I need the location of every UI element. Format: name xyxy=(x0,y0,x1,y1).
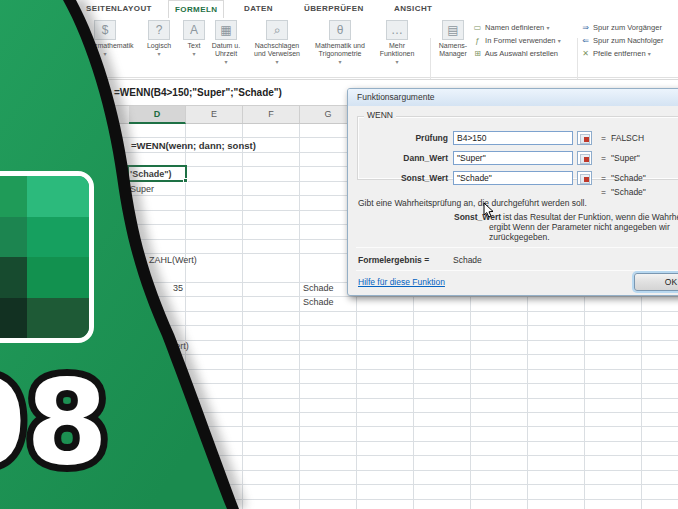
palette-swatch xyxy=(0,176,27,217)
namen-definieren-button[interactable]: ▭ Namen definieren ▾ xyxy=(472,22,549,34)
cell-formula-hint[interactable]: =WENN(wenn; dann; sonst) xyxy=(131,140,256,152)
chevron-down-icon: ▾ xyxy=(306,59,374,65)
pruefung-result: FALSCH xyxy=(611,133,644,143)
formula-bar-value[interactable]: =WENN(B4>150;"Super";"Schade") xyxy=(114,87,282,98)
chevron-down-icon: ▾ xyxy=(546,25,549,31)
column-header-f[interactable]: F xyxy=(243,106,300,123)
chevron-down-icon: ▾ xyxy=(72,51,138,57)
tab-seitenlayout[interactable]: SEITENLAYOUT xyxy=(80,0,158,18)
ribbon-tab-row: SEITENLAYOUT FORMELN DATEN ÜBERPRÜFEN AN… xyxy=(0,0,678,18)
palette-swatch xyxy=(27,176,89,217)
sonst-wert-label: Sonst_Wert xyxy=(348,173,448,183)
nachschlagen-button[interactable]: ⌕ Nachschlagen und Verweisen ▾ xyxy=(245,20,309,65)
param-name: Sonst_Wert xyxy=(454,212,501,222)
ribbon: $ Finanzmathematik ▾ ? Logisch ▾ A Text … xyxy=(0,18,678,78)
range-selector-icon[interactable] xyxy=(577,171,592,185)
palette-swatch xyxy=(27,298,89,339)
dann-wert-input[interactable]: "Super" xyxy=(453,151,573,165)
mehr-funktionen-button[interactable]: … Mehr Funktionen ▾ xyxy=(372,20,422,65)
episode-number-badge: 08 xyxy=(0,345,182,505)
remove-arrows-icon: ✕ xyxy=(580,48,591,60)
question-mark-icon: ? xyxy=(148,20,170,40)
help-link[interactable]: Hilfe für diese Funktion xyxy=(358,277,445,287)
formelergebnis-value: Schade xyxy=(453,255,482,265)
column-header-d[interactable]: D xyxy=(129,106,186,124)
pfeile-entfernen-button[interactable]: ✕ Pfeile entfernen ▾ xyxy=(580,48,651,60)
spur-zum-vorgaenger-button[interactable]: ⇒ Spur zum Vorgänger xyxy=(580,22,662,34)
dann-wert-result: "Super" xyxy=(611,153,640,163)
palette-swatch xyxy=(0,217,27,258)
cell-35[interactable]: 35 xyxy=(129,283,183,295)
letter-a-icon: A xyxy=(183,20,205,40)
column-header-e[interactable]: E xyxy=(186,106,243,123)
tab-ansicht[interactable]: ANSICHT xyxy=(388,0,438,18)
chevron-down-icon: ▾ xyxy=(245,59,309,65)
spur-zum-nachfolger-button[interactable]: ⇐ Spur zum Nachfolger xyxy=(580,35,664,47)
param-desc-line3: zurückgegeben. xyxy=(489,232,550,242)
pruefung-input[interactable]: B4>150 xyxy=(453,131,573,145)
dialog-separator xyxy=(356,270,678,271)
name-tag-icon: ▭ xyxy=(472,22,483,34)
range-selector-icon[interactable] xyxy=(577,131,592,145)
chevron-down-icon: ▾ xyxy=(372,59,422,65)
more-dots-icon: … xyxy=(386,20,408,40)
palette-swatch xyxy=(0,257,27,298)
cell-super[interactable]: Super xyxy=(130,184,154,196)
formelergebnis-label: Formelergebnis = xyxy=(358,255,429,265)
dann-wert-label: Dann_Wert xyxy=(348,153,448,163)
aus-auswahl-erstellen-button[interactable]: ⊞ Aus Auswahl erstellen xyxy=(472,48,558,60)
ok-button[interactable]: OK xyxy=(634,273,678,291)
palette-swatch xyxy=(0,298,27,339)
range-selector-icon[interactable] xyxy=(577,151,592,165)
dialog-titlebar[interactable]: Funktionsargumente xyxy=(348,89,678,106)
trace-dependents-icon: ⇐ xyxy=(580,35,591,47)
namens-manager-button[interactable]: ▤ Namens- Manager xyxy=(432,20,474,58)
cell-schade-1[interactable]: Schade xyxy=(303,283,334,295)
lookup-book-icon: ⌕ xyxy=(266,20,288,40)
fill-handle[interactable] xyxy=(183,178,188,183)
finanzmathematik-button[interactable]: $ Finanzmathematik ▾ xyxy=(72,20,138,57)
wenn-group-label: WENN xyxy=(364,110,396,120)
theta-book-icon: θ xyxy=(329,20,351,40)
tab-ueberpruefen[interactable]: ÜBERPRÜFEN xyxy=(298,0,370,18)
trace-precedents-icon: ⇒ xyxy=(580,22,591,34)
sonst-wert-result: "Schade" xyxy=(611,173,646,183)
cell-istzahl-partial[interactable]: ZAHL(Wert) xyxy=(149,255,197,267)
function-description: Gibt eine Wahrheitsprüfung an, die durch… xyxy=(358,198,587,208)
dialog-separator xyxy=(356,247,678,248)
tab-formeln[interactable]: FORMELN xyxy=(168,0,224,18)
cell-hallo[interactable]: Hallo xyxy=(130,297,151,309)
chevron-down-icon: ▾ xyxy=(558,38,561,44)
param-desc-line1: ist das Resultat der Funktion, wenn die … xyxy=(503,212,678,222)
palette-swatch xyxy=(27,217,89,258)
chevron-down-icon: ▾ xyxy=(648,51,651,57)
logisch-button[interactable]: ? Logisch ▾ xyxy=(138,20,180,57)
funktionsargumente-dialog: Funktionsargumente WENN Prüfung B4>150 =… xyxy=(347,88,678,296)
in-formel-verwenden-button[interactable]: ƒ In Formel verwenden ▾ xyxy=(472,35,561,47)
chevron-down-icon: ▾ xyxy=(138,51,180,57)
calendar-clock-icon: ▦ xyxy=(215,20,237,40)
selection-grid-icon: ⊞ xyxy=(472,48,483,60)
mathematik-trigonometrie-button[interactable]: θ Mathematik und Trigonometrie ▾ xyxy=(306,20,374,65)
pruefung-label: Prüfung xyxy=(348,133,448,143)
episode-number-text: 08 xyxy=(0,353,108,491)
palette-swatch xyxy=(27,257,89,298)
dialog-title: Funktionsargumente xyxy=(357,92,435,102)
chevron-down-icon: ▾ xyxy=(203,59,249,65)
fx-icon: ƒ xyxy=(472,35,483,47)
excel-window: SEITENLAYOUT FORMELN DATEN ÜBERPRÜFEN AN… xyxy=(0,0,678,509)
cell-schade-2[interactable]: Schade xyxy=(303,297,334,309)
sonst-wert-input[interactable]: "Schade" xyxy=(453,171,573,185)
selected-cell-border xyxy=(127,165,187,182)
tab-daten[interactable]: DATEN xyxy=(238,0,279,18)
datum-uhrzeit-button[interactable]: ▦ Datum u. Uhrzeit ▾ xyxy=(203,20,249,65)
finance-book-icon: $ xyxy=(94,20,116,40)
name-manager-icon: ▤ xyxy=(442,20,464,40)
param-desc-line2: ergibt Wenn der Parameter nicht angegebe… xyxy=(489,222,670,232)
final-result: "Schade" xyxy=(611,187,646,197)
green-palette-box xyxy=(0,171,94,343)
